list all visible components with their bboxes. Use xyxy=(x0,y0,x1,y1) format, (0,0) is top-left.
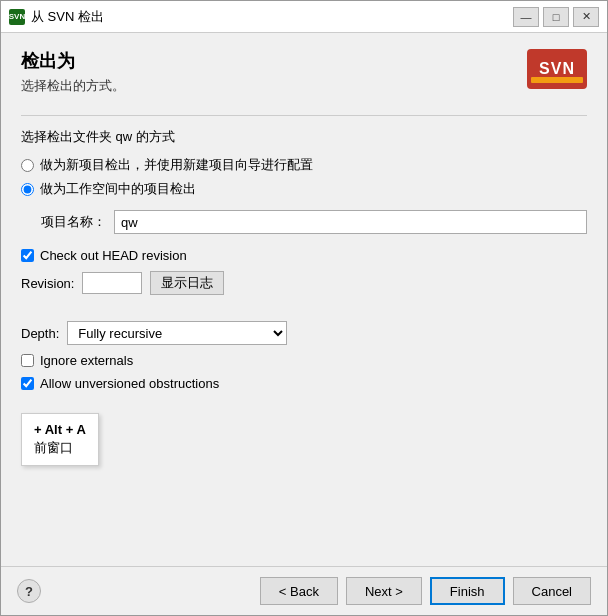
radio-item-2[interactable]: 做为工作空间中的项目检出 xyxy=(21,180,587,198)
tooltip-popup: + Alt + A 前窗口 xyxy=(21,413,99,466)
help-button[interactable]: ? xyxy=(17,579,41,603)
depth-select[interactable]: Fully recursive Immediate children Only … xyxy=(67,321,287,345)
radio-new-project[interactable] xyxy=(21,159,34,172)
depth-row: Depth: Fully recursive Immediate childre… xyxy=(21,321,587,345)
revision-label: Revision: xyxy=(21,276,74,291)
close-button[interactable]: ✕ xyxy=(573,7,599,27)
next-button[interactable]: Next > xyxy=(346,577,422,605)
allow-unversioned-checkbox[interactable] xyxy=(21,377,34,390)
header-divider xyxy=(21,115,587,116)
head-revision-row: Check out HEAD revision xyxy=(21,248,587,263)
radio-new-project-label: 做为新项目检出，并使用新建项目向导进行配置 xyxy=(40,156,313,174)
allow-unversioned-label: Allow unversioned obstructions xyxy=(40,376,219,391)
radio-item-1[interactable]: 做为新项目检出，并使用新建项目向导进行配置 xyxy=(21,156,587,174)
header-left: 检出为 选择检出的方式。 xyxy=(21,49,125,95)
dialog-footer: ? < Back Next > Finish Cancel xyxy=(1,566,607,615)
project-name-input[interactable] xyxy=(114,210,587,234)
dialog-content: 检出为 选择检出的方式。 SVN 选择检出文件夹 qw 的方式 做为新项目检出，… xyxy=(1,33,607,566)
depth-section: Depth: Fully recursive Immediate childre… xyxy=(21,321,587,399)
checkout-section: Check out HEAD revision Revision: 显示日志 xyxy=(21,248,587,311)
head-revision-label: Check out HEAD revision xyxy=(40,248,187,263)
main-area: + Alt + A 前窗口 xyxy=(21,409,587,566)
tooltip-desc: 前窗口 xyxy=(34,439,86,457)
header-section: 检出为 选择检出的方式。 SVN xyxy=(21,49,587,95)
head-revision-checkbox[interactable] xyxy=(21,249,34,262)
svn-logo-text: SVN xyxy=(539,60,575,78)
depth-label: Depth: xyxy=(21,326,59,341)
show-log-button[interactable]: 显示日志 xyxy=(150,271,224,295)
allow-unversioned-row: Allow unversioned obstructions xyxy=(21,376,587,391)
minimize-button[interactable]: — xyxy=(513,7,539,27)
ignore-externals-row: Ignore externals xyxy=(21,353,587,368)
window-controls: — □ ✕ xyxy=(513,7,599,27)
section-title: 选择检出文件夹 qw 的方式 xyxy=(21,128,587,146)
tooltip-shortcut: + Alt + A xyxy=(34,422,86,437)
maximize-button[interactable]: □ xyxy=(543,7,569,27)
svn-logo-bar xyxy=(531,77,583,83)
ignore-externals-checkbox[interactable] xyxy=(21,354,34,367)
project-name-label: 项目名称： xyxy=(41,213,106,231)
revision-input[interactable] xyxy=(82,272,142,294)
ignore-externals-label: Ignore externals xyxy=(40,353,133,368)
dialog-window: SVN 从 SVN 检出 — □ ✕ 检出为 选择检出的方式。 SVN 选择检出… xyxy=(0,0,608,616)
project-name-row: 项目名称： xyxy=(41,210,587,234)
window-title: 从 SVN 检出 xyxy=(31,8,513,26)
window-icon: SVN xyxy=(9,9,25,25)
radio-workspace-project[interactable] xyxy=(21,183,34,196)
revision-row: Revision: 显示日志 xyxy=(21,271,587,295)
back-button[interactable]: < Back xyxy=(260,577,338,605)
finish-button[interactable]: Finish xyxy=(430,577,505,605)
radio-workspace-project-label: 做为工作空间中的项目检出 xyxy=(40,180,196,198)
page-title: 检出为 xyxy=(21,49,125,73)
title-bar: SVN 从 SVN 检出 — □ ✕ xyxy=(1,1,607,33)
cancel-button[interactable]: Cancel xyxy=(513,577,591,605)
svn-logo: SVN xyxy=(527,49,587,89)
page-subtitle: 选择检出的方式。 xyxy=(21,77,125,95)
radio-group: 做为新项目检出，并使用新建项目向导进行配置 做为工作空间中的项目检出 xyxy=(21,156,587,198)
